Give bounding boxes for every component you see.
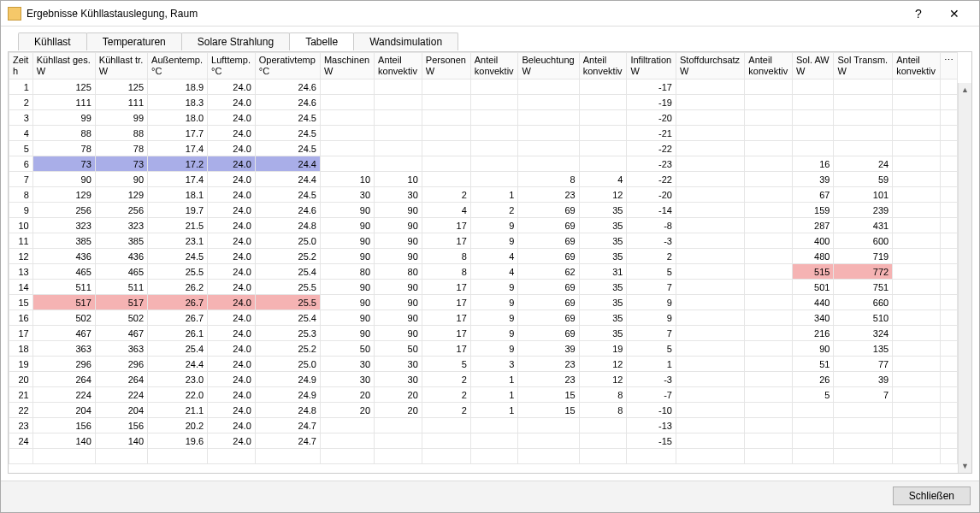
cell: 22.0 (148, 387, 208, 403)
tab-kühllast[interactable]: Kühllast (18, 32, 87, 50)
close-button[interactable]: Schließen (893, 486, 971, 505)
cell (676, 187, 744, 203)
cell: 25.5 (255, 280, 320, 295)
cell: 511 (32, 280, 95, 295)
column-header[interactable]: Operativtemp°C (255, 53, 320, 80)
table-row[interactable]: 2122422422.024.024.9202021158-757 (9, 387, 971, 403)
cell (676, 372, 744, 387)
cell: 30 (320, 357, 374, 372)
table-row[interactable]: 1836336325.424.025.250501793919590135 (9, 341, 971, 357)
table-row[interactable]: 812912918.124.024.53030212312-2067101 (9, 187, 971, 203)
column-header[interactable]: Anteilkonvektiv (579, 53, 627, 80)
column-header[interactable]: Kühllast tr.W (95, 53, 147, 80)
cell: 25.4 (255, 264, 320, 280)
table-row[interactable]: 112512518.924.024.6-17 (9, 80, 971, 95)
table-row[interactable]: 2026426423.024.024.93030212312-32639 (9, 372, 971, 387)
cell: -17 (627, 80, 676, 95)
cell: 24.0 (208, 295, 256, 310)
table-row[interactable]: 7909017.424.024.4101084-223959 (9, 172, 971, 187)
column-header[interactable]: InfiltrationW (627, 53, 676, 80)
cell: 80 (375, 264, 422, 280)
cell (579, 156, 627, 172)
cell: 59 (834, 172, 893, 187)
close-window-button[interactable]: ✕ (936, 2, 972, 26)
column-header[interactable]: Sol. AWW (793, 53, 834, 80)
scroll-up-arrow-icon[interactable]: ▲ (959, 83, 971, 97)
cell (518, 156, 579, 172)
column-header[interactable]: PersonenW (422, 53, 470, 80)
column-header[interactable]: StoffdurchsatzW (676, 53, 744, 80)
column-header[interactable]: Sol Transm.W (834, 53, 893, 80)
column-config-button[interactable]: ⋯ (941, 53, 958, 80)
table-row[interactable]: 4888817.724.024.5-21 (9, 126, 971, 141)
tab-wandsimulation[interactable]: Wandsimulation (353, 32, 458, 50)
cell (579, 141, 627, 156)
table-row[interactable]: 1551751726.724.025.5909017969359440660 (9, 295, 971, 310)
tab-temperaturen[interactable]: Temperaturen (86, 32, 182, 50)
cell: 19.7 (148, 203, 208, 218)
cell: 24.0 (208, 403, 256, 418)
cell (793, 403, 834, 418)
table-row[interactable]: 1032332321.524.024.890901796935-8287431 (9, 218, 971, 233)
column-header[interactable]: Anteilkonvektiv (375, 53, 422, 80)
column-header[interactable]: Anteilkonvektiv (470, 53, 518, 80)
cell: 772 (834, 264, 893, 280)
table-row[interactable]: 2220420421.124.024.8202021158-10 (9, 403, 971, 418)
cell (422, 126, 470, 141)
cell: 35 (579, 295, 627, 310)
cell: 24.0 (208, 310, 256, 326)
cell: 90 (32, 172, 95, 187)
column-header[interactable]: BeleuchtungW (518, 53, 579, 80)
cell: 480 (793, 249, 834, 264)
table-container[interactable]: ZeithKühllast ges.WKühllast tr.WAußentem… (8, 51, 972, 474)
cell: 24.0 (208, 156, 256, 172)
cell (676, 126, 744, 141)
table-row[interactable]: 1746746726.124.025.3909017969357216324 (9, 326, 971, 341)
column-header[interactable]: MaschinenW (320, 53, 374, 80)
cell (579, 95, 627, 110)
tab-solare-strahlung[interactable]: Solare Strahlung (181, 32, 290, 50)
cell: 25.4 (255, 310, 320, 326)
cell: 1 (470, 403, 518, 418)
column-header[interactable]: Anteilkonvektiv (745, 53, 793, 80)
table-row[interactable]: 1650250226.724.025.4909017969359340510 (9, 310, 971, 326)
table-row[interactable]: 1346546525.524.025.480808462315515772 (9, 264, 971, 280)
table-row[interactable]: 3999918.024.024.5-20 (9, 110, 971, 126)
table-row[interactable]: 1929629624.424.025.0303053231215177 (9, 357, 971, 372)
column-header[interactable]: Zeith (9, 53, 33, 80)
cell: 111 (95, 95, 147, 110)
table-row[interactable]: 1451151126.224.025.5909017969357501751 (9, 280, 971, 295)
tab-tabelle[interactable]: Tabelle (289, 32, 354, 50)
cell: 26.2 (148, 280, 208, 295)
cell-zeit: 8 (9, 187, 33, 203)
table-row[interactable]: 925625619.724.024.69090426935-14159239 (9, 203, 971, 218)
column-header[interactable]: Lufttemp.°C (208, 53, 256, 80)
table-row[interactable]: 6737317.224.024.4-231624 (9, 156, 971, 172)
column-header[interactable]: Anteilkonvektiv (893, 53, 941, 80)
table-row[interactable]: 1138538523.124.025.090901796935-3400600 (9, 233, 971, 249)
cell: 10 (320, 172, 374, 187)
cell: -20 (627, 110, 676, 126)
cell: 90 (375, 249, 422, 264)
table-row[interactable]: 1243643624.524.025.290908469352480719 (9, 249, 971, 264)
cell-zeit: 24 (9, 433, 33, 449)
cell: 26.1 (148, 326, 208, 341)
cell: 99 (32, 110, 95, 126)
cell: 69 (518, 310, 579, 326)
table-row[interactable]: 2414014019.624.024.7-15 (9, 433, 971, 449)
cell: -20 (627, 187, 676, 203)
cell (320, 156, 374, 172)
scroll-track[interactable] (959, 97, 971, 459)
table-row[interactable]: 2315615620.224.024.7-13 (9, 418, 971, 433)
help-button[interactable]: ? (900, 2, 936, 26)
table-row[interactable]: 211111118.324.024.6-19 (9, 95, 971, 110)
column-header[interactable]: Außentemp.°C (148, 53, 208, 80)
cell: 9 (627, 310, 676, 326)
cell (676, 295, 744, 310)
vertical-scrollbar[interactable]: ▲ ▼ (958, 83, 971, 473)
cell: 24.5 (255, 141, 320, 156)
column-header[interactable]: Kühllast ges.W (32, 53, 95, 80)
scroll-down-arrow-icon[interactable]: ▼ (959, 459, 971, 473)
table-row[interactable]: 5787817.424.024.5-22 (9, 141, 971, 156)
cell: 24 (834, 156, 893, 172)
